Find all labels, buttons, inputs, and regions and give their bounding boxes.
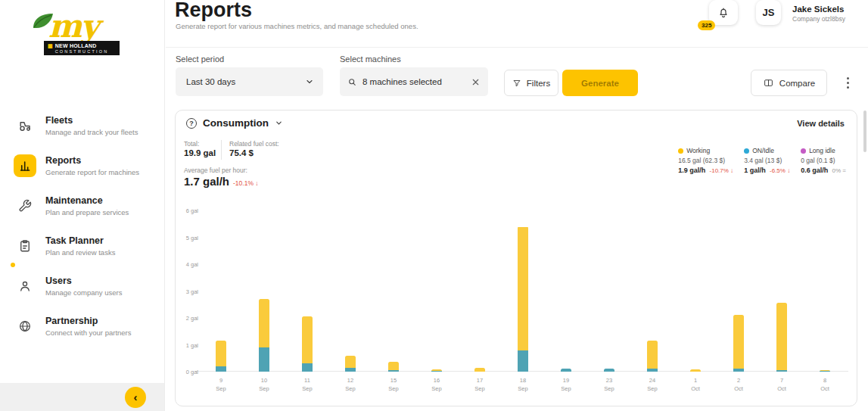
- y-axis-tick: 5 gal: [177, 235, 198, 241]
- wrench-icon: [14, 195, 36, 217]
- view-details-link[interactable]: View details: [797, 119, 845, 128]
- chart-bar[interactable]: [776, 303, 787, 372]
- chart-bar[interactable]: [388, 362, 399, 372]
- filters-button[interactable]: Filters: [504, 70, 558, 96]
- logo-line2: CONSTRUCTION: [48, 49, 116, 54]
- sidebar-item-text: Partnership Connect with your partners: [45, 315, 132, 338]
- sidebar-item-task-planner[interactable]: Task Planner Plan and review tasks: [0, 230, 164, 270]
- legend-rate: 1.9 gal/h: [678, 167, 705, 174]
- chart-bar[interactable]: [216, 341, 226, 372]
- chart-bar-segment: [302, 363, 313, 372]
- chart-legend: Working 16.5 gal (62.3 $) 1.9 gal/h -10.…: [678, 147, 846, 174]
- x-axis-label: 10Sep: [249, 376, 279, 394]
- generate-button[interactable]: Generate: [562, 70, 638, 96]
- chart-bar-segment: [388, 362, 399, 370]
- legend-name: ON/Idle: [752, 147, 774, 154]
- sidebar-item-fleets[interactable]: Fleets Manage and track your fleets: [0, 110, 164, 150]
- user-name: Jake Sickels: [792, 5, 844, 14]
- chart-bar[interactable]: [561, 369, 571, 372]
- x-axis-label: 7Oct: [767, 376, 797, 394]
- sidebar-item-text: Reports Generate report for machines: [45, 154, 139, 177]
- chart-bar[interactable]: [820, 370, 830, 372]
- machines-search-input[interactable]: [362, 77, 465, 86]
- legend-item-long-idle[interactable]: Long idle 0 gal (0.1 $) 0.6 gal/h 0% =: [801, 147, 846, 174]
- sidebar-item-partnership[interactable]: Partnership Connect with your partners: [0, 310, 164, 350]
- sidebar-item-maintenance[interactable]: Maintenance Plan and prepare services: [0, 190, 164, 230]
- sidebar-item-reports[interactable]: Reports Generate report for machines: [0, 150, 164, 190]
- chart-bar[interactable]: [518, 226, 528, 372]
- section-collapse-caret[interactable]: [275, 119, 283, 127]
- chart-bar-segment: [431, 371, 442, 372]
- close-icon: [471, 77, 481, 87]
- chart-bar-segment: [647, 341, 658, 369]
- avg-fuel-row: 1.7 gal/h -10.1% ↓: [184, 175, 259, 188]
- chart-bar[interactable]: [604, 369, 614, 372]
- chart-bar-segment: [733, 369, 744, 372]
- chart-bar-segment: [820, 371, 830, 372]
- x-axis-label: 2Oct: [723, 376, 754, 394]
- user-company: Company otzl8bsy: [792, 15, 845, 23]
- logo-line1: NEW HOLLAND: [55, 43, 97, 48]
- legend-delta: 0% =: [832, 167, 846, 174]
- x-axis-label: 17Sep: [465, 376, 495, 394]
- chart-bar-segment: [733, 315, 744, 369]
- compare-button[interactable]: Compare: [751, 70, 827, 96]
- search-icon: [347, 77, 357, 87]
- chart-bar[interactable]: [690, 369, 701, 372]
- y-axis-tick: 0 gal: [177, 369, 198, 375]
- period-label: Select period: [176, 54, 224, 64]
- main-content: Reports Generate report for various mach…: [166, 0, 868, 411]
- consumption-chart: 6 gal5 gal4 gal3 gal2 gal1 gal0 gal9Sep1…: [203, 210, 848, 372]
- chart-bar-segment: [776, 303, 787, 370]
- sidebar-item-desc: Manage and track your fleets: [45, 128, 138, 137]
- sidebar-item-text: Users Manage company users: [45, 275, 122, 297]
- y-axis-tick: 4 gal: [177, 261, 198, 268]
- sidebar-item-users[interactable]: Users Manage company users: [0, 270, 164, 310]
- legend-dot: [678, 148, 683, 154]
- chart-bar[interactable]: [474, 368, 485, 372]
- compare-icon: [763, 78, 774, 88]
- help-icon[interactable]: ?: [186, 118, 197, 129]
- chart-bar[interactable]: [733, 315, 744, 372]
- fuel-cost-label: Related fuel cost:: [229, 140, 279, 148]
- tractor-icon: [14, 114, 36, 137]
- legend-delta: -10.7% ↓: [710, 167, 734, 174]
- chart-bar-segment: [345, 368, 356, 372]
- y-axis-tick: 6 gal: [177, 207, 198, 214]
- chart-bar-segment: [561, 369, 571, 372]
- x-axis-label: 8Oct: [810, 376, 840, 394]
- avg-fuel-label: Average fuel per hour:: [184, 167, 247, 174]
- x-axis-label: 23Sep: [594, 376, 624, 394]
- x-axis-label: 16Sep: [422, 376, 452, 394]
- section-title: Consumption: [203, 117, 269, 129]
- sidebar-item-text: Task Planner Plan and review tasks: [45, 235, 115, 257]
- chart-bar[interactable]: [345, 356, 356, 372]
- legend-item-on-idle[interactable]: ON/Idle 3.4 gal (13 $) 1 gal/h -6.5% ↓: [744, 147, 790, 174]
- scrollbar-thumb[interactable]: [863, 111, 866, 152]
- chart-bar-segment: [518, 350, 528, 372]
- legend-rate: 1 gal/h: [744, 167, 766, 174]
- sidebar-item-label: Partnership: [45, 316, 132, 326]
- collapse-sidebar-button[interactable]: ‹: [125, 387, 146, 408]
- user-avatar[interactable]: JS: [756, 0, 781, 25]
- period-select[interactable]: Last 30 days: [176, 67, 323, 96]
- chart-bar-segment: [690, 369, 701, 372]
- consumption-card: ? Consumption View details Total: 19.9 g…: [175, 110, 857, 406]
- page-subtitle: Generate report for various machines met…: [176, 22, 418, 30]
- sidebar-item-text: Maintenance Plan and prepare services: [45, 195, 129, 217]
- page-title: Reports: [175, 0, 252, 22]
- legend-item-working[interactable]: Working 16.5 gal (62.3 $) 1.9 gal/h -10.…: [678, 147, 733, 174]
- more-options-button[interactable]: [839, 70, 856, 96]
- chart-bar[interactable]: [647, 341, 658, 372]
- chart-bar-segment: [647, 369, 658, 372]
- consumption-header: ? Consumption: [186, 117, 283, 129]
- chart-bar[interactable]: [302, 316, 313, 372]
- y-axis-tick: 3 gal: [177, 288, 198, 295]
- notifications-button[interactable]: 325: [709, 0, 738, 25]
- clear-machines-button[interactable]: [471, 77, 481, 87]
- chart-bar[interactable]: [259, 299, 269, 372]
- legend-delta: -6.5% ↓: [770, 167, 790, 174]
- chart-bar[interactable]: [431, 369, 442, 372]
- chart-bar-segment: [604, 369, 614, 372]
- brand-logo[interactable]: my ▦ NEW HOLLAND CONSTRUCTION: [38, 9, 123, 62]
